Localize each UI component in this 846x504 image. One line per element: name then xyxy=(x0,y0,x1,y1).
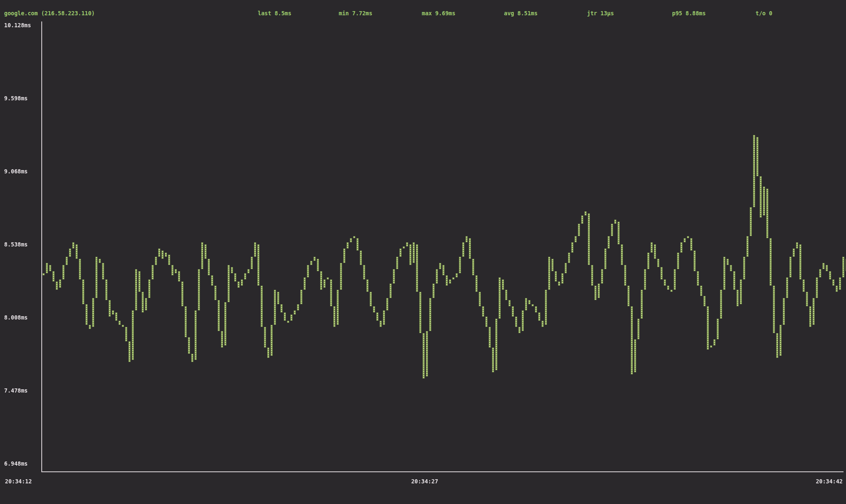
y-tick-label: 7.478ms xyxy=(4,386,28,395)
y-tick-label: 6.948ms xyxy=(4,459,28,468)
y-tick-label: 10.128ms xyxy=(4,21,31,29)
x-tick-label-mid: 20:34:27 xyxy=(411,477,438,485)
latency-chart-canvas xyxy=(0,0,846,504)
y-tick-label: 9.598ms xyxy=(4,94,28,102)
x-tick-label-end: 20:34:42 xyxy=(816,477,843,485)
terminal-screen: google.com (216.58.223.110) last 8.5ms m… xyxy=(0,0,846,504)
y-axis-line xyxy=(41,21,42,472)
x-axis-line xyxy=(41,471,844,472)
x-tick-label-start: 20:34:12 xyxy=(5,477,32,485)
y-tick-label: 8.538ms xyxy=(4,240,28,248)
y-tick-label: 8.008ms xyxy=(4,313,28,322)
y-tick-label: 9.068ms xyxy=(4,167,28,175)
